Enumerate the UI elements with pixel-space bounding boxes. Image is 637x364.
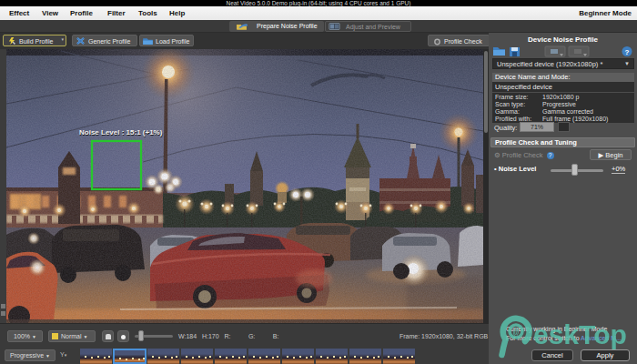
svg-text:@: @ (513, 328, 519, 338)
svg-text:Noise Level : 15:1 (+1%): Noise Level : 15:1 (+1%) (79, 128, 163, 136)
svg-text:?: ? (625, 48, 630, 56)
svg-text:eskTop: eskTop (533, 319, 627, 349)
